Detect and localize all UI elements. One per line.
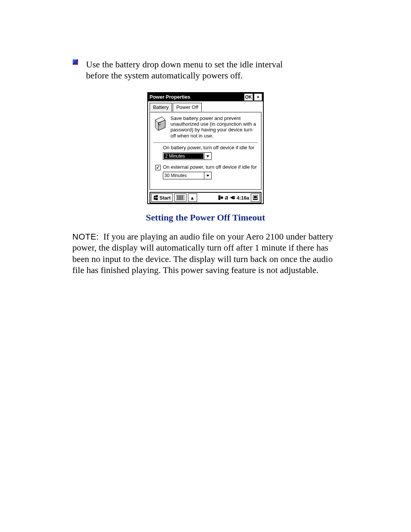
tab-power-off[interactable]: Power Off (173, 103, 202, 112)
tab-panel-power-off: C Save battery power and prevent unautho… (150, 112, 261, 190)
chevron-up-icon: ▴ (191, 195, 194, 201)
tab-battery[interactable]: Battery (150, 103, 172, 112)
svg-text:C: C (158, 122, 161, 126)
bullet-icon (72, 59, 78, 65)
taskbar-clock[interactable]: 4:16a (237, 195, 249, 201)
desktop-icon (252, 195, 258, 201)
external-idle-setting: 30 Minutes (153, 172, 258, 181)
mute-icon[interactable] (230, 195, 235, 200)
battery-idle-value: 2 Minutes (164, 153, 204, 159)
dialog-body: Battery Power Off C Sa (147, 101, 264, 204)
svg-rect-22 (254, 196, 257, 198)
system-tray: a 4:16a (198, 193, 251, 203)
battery-icon: C (153, 115, 167, 131)
tray-icon[interactable] (218, 195, 223, 200)
check-icon: ✓ (156, 165, 160, 170)
taskbar: Start (150, 192, 261, 203)
bullet-text: Use the battery drop down menu to set th… (86, 59, 299, 81)
battery-idle-dropdown[interactable]: 2 Minutes (163, 152, 212, 160)
battery-idle-setting: On battery power, turn off device if idl… (153, 145, 258, 161)
note-paragraph: NOTE: If you are playing an audio file o… (72, 231, 339, 276)
start-button-label: Start (159, 195, 171, 201)
tab-row: Battery Power Off (150, 103, 261, 112)
description-row: C Save battery power and prevent unautho… (153, 115, 258, 139)
windows-icon (153, 195, 158, 200)
external-power-checkbox-row: ✓ On external power, turn off device if … (153, 165, 258, 170)
external-idle-dropdown[interactable]: 30 Minutes (163, 172, 212, 179)
divider (153, 142, 258, 143)
note-text: If you are playing an audio file on your… (72, 232, 333, 275)
tab-battery-label: Battery (153, 104, 169, 110)
power-properties-screenshot: Power Properties OK × Battery Power Off (147, 92, 264, 204)
close-icon: × (256, 94, 259, 100)
description-text: Save battery power and prevent unauthori… (170, 115, 258, 139)
external-idle-value: 30 Minutes (163, 172, 204, 179)
tab-power-off-label: Power Off (176, 104, 198, 110)
keyboard-button[interactable] (174, 193, 186, 202)
close-button[interactable]: × (254, 93, 262, 101)
start-button[interactable]: Start (151, 193, 173, 202)
external-power-checkbox[interactable]: ✓ (155, 165, 161, 170)
dialog-titlebar: Power Properties OK × (147, 92, 264, 101)
bold-tray-icon[interactable]: a (225, 194, 228, 201)
chevron-down-icon (204, 153, 211, 160)
ok-button[interactable]: OK (244, 93, 253, 101)
note-label: NOTE: (72, 232, 99, 241)
svg-rect-17 (221, 197, 223, 199)
keyboard-icon (176, 195, 185, 200)
external-power-label: On external power, turn off device if id… (163, 165, 257, 170)
taskbar-up-button[interactable]: ▴ (188, 193, 197, 202)
ok-button-label: OK (245, 94, 252, 100)
svg-marker-18 (231, 196, 233, 200)
bullet-item: Use the battery drop down menu to set th… (72, 59, 339, 81)
dialog-title: Power Properties (150, 94, 244, 100)
svg-rect-16 (218, 195, 220, 200)
chevron-down-icon (204, 172, 211, 179)
figure-caption: Setting the Power Off Timeout (72, 212, 339, 223)
battery-idle-label: On battery power, turn off device if idl… (163, 145, 255, 151)
desktop-button[interactable] (251, 193, 260, 202)
